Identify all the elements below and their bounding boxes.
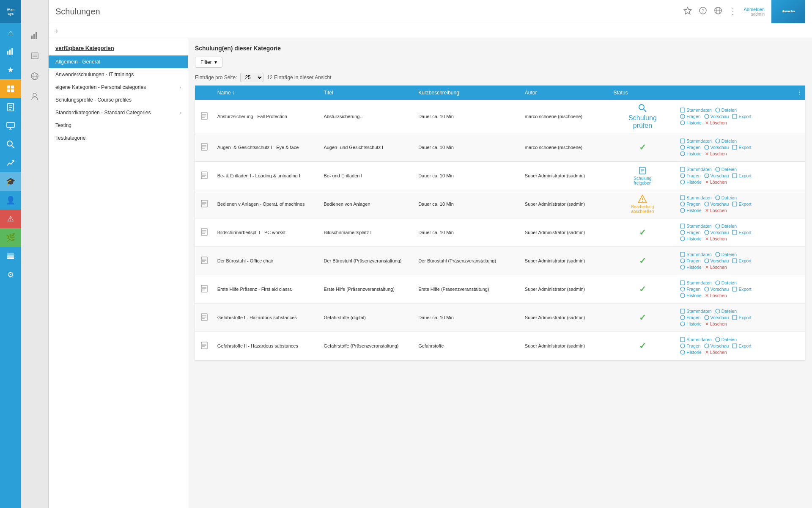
dateien-link[interactable]: Dateien <box>715 280 737 285</box>
historie-link[interactable]: Historie <box>680 120 702 125</box>
secondary-chart-icon[interactable] <box>24 26 45 45</box>
stammdaten-link[interactable]: Stammdaten <box>680 167 712 172</box>
historie-link[interactable]: Historie <box>680 151 702 156</box>
category-item-standard[interactable]: Standardkategorien - Standard Categories… <box>49 106 188 119</box>
dateien-link[interactable]: Dateien <box>715 337 737 342</box>
sidebar-item-computer[interactable] <box>0 116 21 135</box>
fragen-link[interactable]: Fragen <box>680 173 700 178</box>
sidebar-item-modules[interactable] <box>0 79 21 98</box>
historie-link[interactable]: Historie <box>680 265 702 270</box>
stammdaten-link[interactable]: Stammdaten <box>680 195 712 200</box>
globe-button[interactable] <box>714 6 722 17</box>
fragen-link[interactable]: Fragen <box>680 315 700 320</box>
status-release[interactable]: Schulungfreigeben <box>614 166 672 185</box>
loeschen-link[interactable]: ✕ Löschen <box>705 350 727 355</box>
vorschau-link[interactable]: Vorschau <box>704 173 729 178</box>
historie-link[interactable]: Historie <box>680 208 702 213</box>
sidebar-item-training[interactable]: 🎓 <box>0 172 21 191</box>
loeschen-link[interactable]: ✕ Löschen <box>705 151 727 156</box>
sidebar-item-alerts[interactable]: ⚠ <box>0 210 21 228</box>
fragen-link[interactable]: Fragen <box>680 343 700 348</box>
export-link[interactable]: Export <box>732 114 751 119</box>
table-more-icon[interactable]: ⋮ <box>797 90 802 96</box>
sidebar-item-settings[interactable]: ⚙ <box>0 265 21 284</box>
stammdaten-link[interactable]: Stammdaten <box>680 252 712 257</box>
dateien-link[interactable]: Dateien <box>715 195 737 200</box>
vorschau-link[interactable]: Vorschau <box>704 230 729 235</box>
loeschen-link[interactable]: ✕ Löschen <box>705 265 727 270</box>
export-link[interactable]: Export <box>732 343 751 348</box>
vorschau-link[interactable]: Vorschau <box>704 202 729 207</box>
export-link[interactable]: Export <box>732 145 751 150</box>
historie-link[interactable]: Historie <box>680 350 702 355</box>
historie-link[interactable]: Historie <box>680 236 702 241</box>
stammdaten-link[interactable]: Stammdaten <box>680 224 712 229</box>
fragen-link[interactable]: Fragen <box>680 145 700 150</box>
dateien-link[interactable]: Dateien <box>715 138 737 144</box>
loeschen-link[interactable]: ✕ Löschen <box>705 120 727 125</box>
category-item-profile[interactable]: Schulungsprofile - Course profiles <box>49 94 188 106</box>
dateien-link[interactable]: Dateien <box>715 167 737 172</box>
export-link[interactable]: Export <box>732 230 751 235</box>
status-search[interactable]: Schulungprüfen <box>614 103 672 130</box>
loeschen-link[interactable]: ✕ Löschen <box>705 321 727 326</box>
sidebar-item-environment[interactable]: 🌿 <box>0 228 21 247</box>
category-item-allgemein[interactable]: Allgemein - General <box>49 55 188 68</box>
loeschen-link[interactable]: ✕ Löschen <box>705 236 727 241</box>
vorschau-link[interactable]: Vorschau <box>704 315 729 320</box>
category-item-testkategorie[interactable]: Testkategorie <box>49 132 188 144</box>
sidebar-item-persons[interactable]: 👤 <box>0 191 21 210</box>
help-button[interactable]: ? <box>699 6 707 17</box>
loeschen-link[interactable]: ✕ Löschen <box>705 179 727 185</box>
filter-button[interactable]: Filter ▾ <box>195 57 222 68</box>
fragen-link[interactable]: Fragen <box>680 230 700 235</box>
historie-link[interactable]: Historie <box>680 179 702 185</box>
fragen-link[interactable]: Fragen <box>680 202 700 207</box>
category-item-anwender[interactable]: Anwenderschulungen - IT trainings <box>49 68 188 81</box>
sidebar-item-home[interactable]: ⌂ <box>0 23 21 42</box>
dateien-link[interactable]: Dateien <box>715 108 737 113</box>
fragen-link[interactable]: Fragen <box>680 258 700 263</box>
loeschen-link[interactable]: ✕ Löschen <box>705 293 727 298</box>
dateien-link[interactable]: Dateien <box>715 309 737 314</box>
historie-link[interactable]: Historie <box>680 321 702 326</box>
export-link[interactable]: Export <box>732 287 751 292</box>
loeschen-link[interactable]: ✕ Löschen <box>705 208 727 213</box>
dateien-link[interactable]: Dateien <box>715 252 737 257</box>
vorschau-link[interactable]: Vorschau <box>704 287 729 292</box>
category-item-eigene[interactable]: eigene Kategorien - Personal categories … <box>49 81 188 94</box>
entries-per-page-select[interactable]: 25 50 100 <box>240 73 263 82</box>
sidebar-item-layers[interactable] <box>0 247 21 265</box>
vorschau-link[interactable]: Vorschau <box>704 145 729 150</box>
category-item-testing[interactable]: Testing <box>49 119 188 132</box>
stammdaten-link[interactable]: Stammdaten <box>680 309 712 314</box>
vorschau-link[interactable]: Vorschau <box>704 343 729 348</box>
col-name-header[interactable]: Name ↕ <box>214 86 321 100</box>
sidebar-item-trends[interactable] <box>0 154 21 172</box>
export-link[interactable]: Export <box>732 173 751 178</box>
export-link[interactable]: Export <box>732 315 751 320</box>
sidebar-item-chart[interactable] <box>0 42 21 61</box>
sidebar-item-search[interactable] <box>0 135 21 154</box>
secondary-person-icon[interactable] <box>24 87 45 106</box>
secondary-globe-icon[interactable] <box>24 67 45 86</box>
star-button[interactable] <box>683 6 692 17</box>
export-link[interactable]: Export <box>732 258 751 263</box>
abmelden-area[interactable]: Abmelden sadmin <box>743 7 765 17</box>
fragen-link[interactable]: ? Fragen <box>680 114 700 119</box>
stammdaten-link[interactable]: Stammdaten <box>680 280 712 285</box>
sidebar-item-favorites[interactable]: ★ <box>0 61 21 79</box>
sidebar-item-documents[interactable] <box>0 98 21 116</box>
more-button[interactable]: ⋮ <box>729 7 737 16</box>
vorschau-link[interactable]: Vorschau <box>704 258 729 263</box>
historie-link[interactable]: Historie <box>680 293 702 298</box>
dateien-link[interactable]: Dateien <box>715 224 737 229</box>
fragen-link[interactable]: Fragen <box>680 287 700 292</box>
vorschau-link[interactable]: Vorschau <box>704 114 729 119</box>
secondary-list-icon[interactable] <box>24 47 45 65</box>
export-link[interactable]: Export <box>732 202 751 207</box>
stammdaten-link[interactable]: Stammdaten <box>680 108 712 113</box>
stammdaten-link[interactable]: Stammdaten <box>680 337 712 342</box>
stammdaten-link[interactable]: Stammdaten <box>680 138 712 144</box>
status-warning[interactable]: Bearbeitungabschließen <box>614 194 672 214</box>
